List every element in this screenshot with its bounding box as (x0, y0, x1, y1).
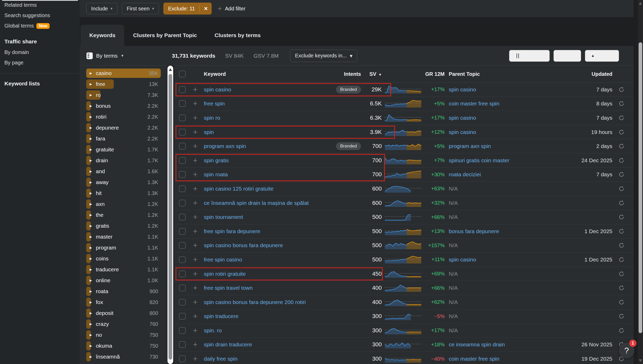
export-button[interactable]: Export (585, 50, 619, 62)
row-checkbox[interactable] (179, 129, 186, 136)
parent-topic-link[interactable]: spin casino (449, 257, 573, 263)
expand-caret-icon[interactable]: ▶ (90, 246, 92, 250)
term-item[interactable]: ▶the1.2K (80, 210, 168, 220)
row-checkbox[interactable] (179, 200, 186, 206)
page-scrollbar-thumb[interactable] (639, 42, 642, 333)
add-to-list-icon[interactable]: + (193, 355, 201, 363)
keyword-link[interactable]: spin casino bonus fara depunere 200 roti… (204, 299, 327, 305)
keyword-link[interactable]: free spin travel town (204, 285, 327, 291)
refresh-icon[interactable] (618, 100, 625, 107)
sidebar-item-by-domain[interactable]: By domain (4, 49, 29, 55)
expand-caret-icon[interactable]: ▶ (90, 191, 92, 195)
term-item[interactable]: ▶gratuite1.7K (80, 144, 168, 155)
api-button[interactable]: { } API (553, 50, 581, 62)
row-checkbox[interactable] (179, 157, 186, 164)
keyword-link[interactable]: spin casino (204, 86, 327, 93)
add-filter-button[interactable]: + Add filter (218, 5, 245, 12)
term-item[interactable]: ▶fox820 (80, 297, 168, 308)
term-item[interactable]: ▶no750 (80, 329, 168, 340)
refresh-icon[interactable] (618, 185, 625, 192)
refresh-icon[interactable] (618, 200, 625, 206)
term-item[interactable]: ▶fara2.2K (80, 133, 168, 144)
tab-clusters-by-terms[interactable]: Clusters by terms (206, 25, 269, 46)
term-item[interactable]: ▶crazy760 (80, 319, 168, 329)
add-to-list-icon[interactable]: + (193, 270, 201, 278)
expand-caret-icon[interactable]: ▶ (90, 224, 92, 228)
expand-caret-icon[interactable]: ▶ (90, 300, 92, 304)
expand-caret-icon[interactable]: ▶ (90, 333, 92, 337)
row-checkbox[interactable] (179, 143, 186, 150)
expand-caret-icon[interactable]: ▶ (90, 322, 92, 326)
parent-topic-link[interactable]: ce inseamna spin drain (449, 341, 573, 348)
term-item[interactable]: ▶program1.1K (80, 242, 168, 253)
keyword-link[interactable]: spin. ro (204, 327, 327, 334)
expand-caret-icon[interactable]: ▶ (90, 344, 92, 348)
keyword-link[interactable]: program axn spin (204, 143, 327, 149)
keyword-link[interactable]: spin casino 125 rotiri gratuite (204, 186, 327, 192)
keyword-link[interactable]: daily free spin (204, 356, 327, 362)
add-to-list-icon[interactable]: + (193, 128, 201, 136)
first-seen-filter-button[interactable]: First seen▾ (122, 3, 159, 14)
exclude-keywords-dropdown[interactable]: Exclude keywords in... ▾ (290, 50, 357, 62)
column-header-intents[interactable]: Intents (344, 71, 361, 77)
expand-caret-icon[interactable]: ▶ (90, 104, 92, 108)
column-header-parent-topic[interactable]: Parent Topic (449, 71, 573, 77)
expand-caret-icon[interactable]: ▶ (90, 71, 92, 75)
row-checkbox[interactable] (179, 271, 186, 277)
expand-caret-icon[interactable]: ▶ (90, 159, 92, 162)
term-item[interactable]: ▶free13K (80, 79, 168, 90)
term-item[interactable]: ▶rotiri2.2K (80, 111, 168, 122)
keyword-link[interactable]: spin (204, 129, 327, 135)
expand-caret-icon[interactable]: ▶ (90, 311, 92, 315)
scroll-up-arrow-icon[interactable] (169, 68, 172, 71)
expand-caret-icon[interactable]: ▶ (90, 126, 92, 130)
term-item[interactable]: ▶hit1.3K (80, 188, 168, 199)
sidebar-item-global-terms[interactable]: Global terms New (4, 23, 50, 29)
refresh-icon[interactable] (618, 242, 625, 249)
column-header-gr12m[interactable]: GR 12M (425, 71, 445, 77)
term-item[interactable]: ▶ro7.3K (80, 90, 168, 100)
refresh-icon[interactable] (618, 129, 625, 136)
term-item[interactable]: ▶depunere2.2K (80, 122, 168, 133)
column-header-updated[interactable]: Updated (592, 71, 612, 77)
parent-topic-link[interactable]: spin casino (449, 129, 573, 135)
column-header-sv[interactable]: SV▼ (369, 71, 382, 77)
parent-topic-link[interactable]: roata deciziei (449, 171, 573, 178)
row-checkbox[interactable] (179, 341, 186, 348)
sidebar-item-by-page[interactable]: By page (4, 60, 23, 66)
expand-caret-icon[interactable]: ▶ (90, 115, 92, 119)
parent-topic-link[interactable]: coin master free spin (449, 100, 573, 107)
refresh-icon[interactable] (618, 327, 625, 334)
sidebar-item-search-suggestions[interactable]: Search suggestions (4, 12, 50, 18)
refresh-icon[interactable] (618, 256, 625, 263)
row-checkbox[interactable] (179, 355, 186, 362)
refresh-icon[interactable] (618, 228, 625, 235)
refresh-icon[interactable] (618, 114, 625, 121)
scroll-up-arrow-icon[interactable] (639, 2, 642, 5)
term-item[interactable]: ▶casino35K (80, 68, 168, 79)
row-checkbox[interactable] (179, 100, 186, 107)
tab-keywords[interactable]: Keywords (81, 25, 124, 46)
parent-topic-link[interactable]: spinuri gratis coin master (449, 157, 573, 164)
term-item[interactable]: ▶coins1.1K (80, 253, 168, 264)
add-to-list-icon[interactable]: + (193, 171, 201, 178)
add-to-list-icon[interactable]: + (193, 341, 201, 348)
term-item[interactable]: ▶gratis1.2K (80, 220, 168, 231)
terms-scrollbar-thumb[interactable] (169, 74, 172, 360)
scroll-down-arrow-icon[interactable] (639, 359, 642, 362)
expand-caret-icon[interactable]: ▶ (90, 289, 92, 293)
keyword-link[interactable]: spin ro (204, 115, 327, 121)
row-checkbox[interactable] (179, 228, 186, 235)
keyword-link[interactable]: spin traducere (204, 313, 327, 319)
keyword-link[interactable]: spin drain traducere (204, 341, 327, 348)
terms-scrollbar[interactable] (168, 66, 173, 364)
include-filter-button[interactable]: Include▾ (86, 3, 117, 14)
expand-caret-icon[interactable]: ▶ (90, 202, 92, 206)
add-to-list-icon[interactable]: + (193, 241, 201, 249)
expand-caret-icon[interactable]: ▶ (90, 170, 92, 173)
term-item[interactable]: ▶and1.6K (80, 166, 168, 177)
column-header-keyword[interactable]: Keyword (204, 71, 327, 77)
add-to-list-icon[interactable]: + (193, 86, 201, 93)
row-checkbox[interactable] (179, 114, 186, 121)
parent-topic-link[interactable]: spin casino (449, 86, 573, 93)
